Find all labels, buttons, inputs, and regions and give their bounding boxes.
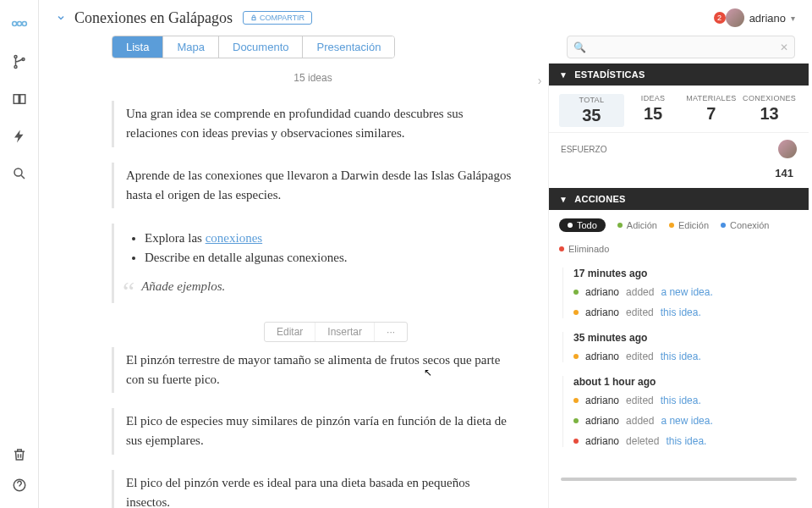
activity-user: adriano	[585, 415, 619, 427]
svg-point-0	[12, 22, 16, 26]
lock-icon	[250, 14, 257, 21]
trash-icon[interactable]	[12, 447, 27, 462]
svg-point-1	[17, 22, 21, 26]
chevron-down-icon: ▾	[791, 14, 795, 23]
user-menu[interactable]: 2 adriano ▾	[709, 8, 795, 27]
stats-grid: TOTAL 35 IDEAS 15 MATERIALES 7 CONEXIO	[549, 86, 809, 132]
search-icon: 🔍	[573, 41, 586, 53]
notification-badge[interactable]: 2	[714, 12, 726, 24]
page-title: Conexiones en Galápagos	[74, 9, 233, 27]
activity-link[interactable]: a new idea.	[661, 415, 712, 427]
chevron-down-icon[interactable]	[56, 13, 66, 23]
stat-connections[interactable]: CONEXIONES 13	[740, 94, 798, 127]
help-icon[interactable]	[12, 478, 27, 493]
caret-down-icon: ▼	[559, 195, 568, 204]
activity-dot-icon	[573, 310, 579, 315]
svg-rect-8	[252, 18, 255, 20]
activity-link[interactable]: this idea.	[661, 306, 701, 318]
actions-section-header[interactable]: ▼ ACCIONES	[549, 188, 809, 210]
stat-materials[interactable]: MATERIALES 7	[683, 94, 741, 127]
activity-timeline: 17 minutes agoadriano added a new idea.a…	[549, 262, 809, 478]
avatar	[778, 140, 797, 158]
activity-link[interactable]: a new idea.	[661, 286, 712, 298]
search-icon[interactable]	[12, 166, 27, 181]
insert-button[interactable]: Insertar	[315, 323, 375, 341]
idea-card[interactable]: Una gran idea se comprende en profundida…	[112, 101, 514, 147]
tab-map[interactable]: Mapa	[163, 36, 219, 58]
timeline-item[interactable]: adriano added a new idea.	[573, 286, 797, 298]
timeline-item[interactable]: adriano added a new idea.	[573, 415, 797, 427]
ideas-list: 15 ideas Una gran idea se comprende en p…	[39, 64, 531, 508]
book-icon[interactable]	[12, 91, 27, 107]
activity-dot-icon	[573, 418, 579, 423]
filter-edit[interactable]: Edición	[669, 220, 709, 230]
activity-dot-icon	[573, 290, 579, 295]
activity-action: added	[626, 286, 654, 298]
activity-action: deleted	[626, 435, 659, 447]
filter-add[interactable]: Adición	[617, 220, 657, 230]
quote-icon: “	[123, 284, 134, 300]
collapse-panel-button[interactable]: ›	[531, 64, 548, 508]
activity-user: adriano	[585, 351, 619, 362]
timeline-timestamp: 17 minutes ago	[573, 268, 797, 279]
action-filters: Todo Adición Edición Conexión Eliminado	[549, 210, 809, 262]
activity-user: adriano	[585, 435, 619, 447]
activity-user: adriano	[585, 286, 619, 298]
more-button[interactable]: ···	[375, 323, 407, 341]
activity-action: edited	[626, 395, 654, 406]
filter-all[interactable]: Todo	[559, 218, 606, 232]
stat-total[interactable]: TOTAL 35	[559, 94, 624, 127]
idea-hover-toolbar: Editar Insertar ···	[264, 322, 408, 342]
activity-action: edited	[626, 306, 654, 318]
activity-link[interactable]: this idea.	[661, 395, 701, 406]
app-logo-icon	[11, 15, 28, 32]
svg-point-2	[22, 22, 26, 26]
svg-point-4	[14, 66, 17, 69]
effort-value: 141	[549, 165, 809, 188]
idea-card[interactable]: El pico de especies muy similares de pin…	[112, 408, 514, 455]
share-button[interactable]: COMPARTIR	[243, 11, 312, 25]
filter-connection[interactable]: Conexión	[721, 220, 769, 230]
timeline-group: about 1 hour agoadriano edited this idea…	[562, 376, 797, 447]
connections-link[interactable]: conexiones	[206, 231, 262, 245]
timeline-timestamp: about 1 hour ago	[573, 376, 797, 388]
tab-document[interactable]: Documento	[219, 36, 303, 58]
lightning-icon[interactable]	[12, 129, 27, 144]
branch-icon[interactable]	[12, 54, 27, 69]
quote-text: Añade ejemplos.	[141, 277, 225, 296]
timeline-item[interactable]: adriano edited this idea.	[573, 395, 797, 406]
activity-action: edited	[626, 351, 654, 362]
view-tabs: Lista Mapa Documento Presentación	[112, 36, 395, 58]
avatar	[726, 8, 744, 27]
edit-button[interactable]: Editar	[265, 323, 315, 341]
filter-deleted[interactable]: Eliminado	[559, 244, 609, 254]
stats-section-header[interactable]: ▼ ESTADÍSTICAS	[549, 64, 809, 86]
activity-link[interactable]: this idea.	[661, 351, 701, 362]
idea-card[interactable]: Aprende de las conexiones que llevaron a…	[112, 163, 514, 209]
scrollbar[interactable]	[561, 478, 797, 481]
left-sidebar	[0, 0, 39, 508]
svg-point-6	[14, 168, 22, 176]
idea-card[interactable]: El pico del pinzón verde es ideal para u…	[112, 470, 514, 508]
activity-dot-icon	[573, 354, 579, 359]
tab-list[interactable]: Lista	[112, 36, 163, 58]
timeline-item[interactable]: adriano edited this idea.	[573, 351, 797, 362]
activity-user: adriano	[585, 395, 619, 406]
tab-presentation[interactable]: Presentación	[303, 36, 394, 58]
timeline-group: 35 minutes agoadriano edited this idea.	[562, 332, 797, 362]
activity-action: added	[626, 415, 654, 427]
search-input[interactable]	[567, 36, 795, 58]
activity-link[interactable]: this idea.	[666, 435, 706, 447]
stat-ideas[interactable]: IDEAS 15	[624, 94, 683, 127]
timeline-item[interactable]: adriano deleted this idea.	[573, 435, 797, 447]
activity-user: adriano	[585, 306, 619, 318]
timeline-group: 17 minutes agoadriano added a new idea.a…	[562, 268, 797, 318]
idea-card[interactable]: Explora las conexiones Describe en detal…	[112, 224, 514, 303]
timeline-item[interactable]: adriano edited this idea.	[573, 306, 797, 318]
header: Conexiones en Galápagos COMPARTIR 2 adri…	[39, 0, 812, 30]
clear-search-icon[interactable]: ✕	[780, 41, 788, 53]
activity-dot-icon	[573, 439, 579, 444]
timeline-timestamp: 35 minutes ago	[573, 332, 797, 344]
idea-card[interactable]: El pinzón terrestre de mayor tamaño se a…	[112, 347, 514, 394]
svg-point-3	[14, 56, 17, 58]
